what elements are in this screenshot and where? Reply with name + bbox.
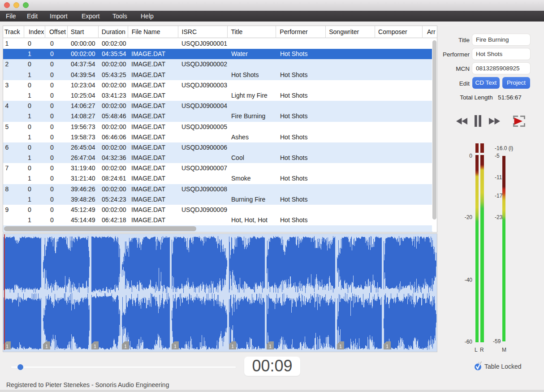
svg-text:1: 1 [94, 344, 96, 349]
svg-text:1: 1 [124, 344, 127, 349]
svg-text:1: 1 [386, 344, 389, 349]
svg-text:1: 1 [269, 344, 272, 349]
svg-text:1: 1 [339, 344, 342, 349]
svg-text:1: 1 [174, 344, 177, 349]
svg-text:1: 1 [45, 344, 48, 349]
svg-text:1: 1 [6, 344, 9, 349]
svg-text:1: 1 [231, 344, 234, 349]
